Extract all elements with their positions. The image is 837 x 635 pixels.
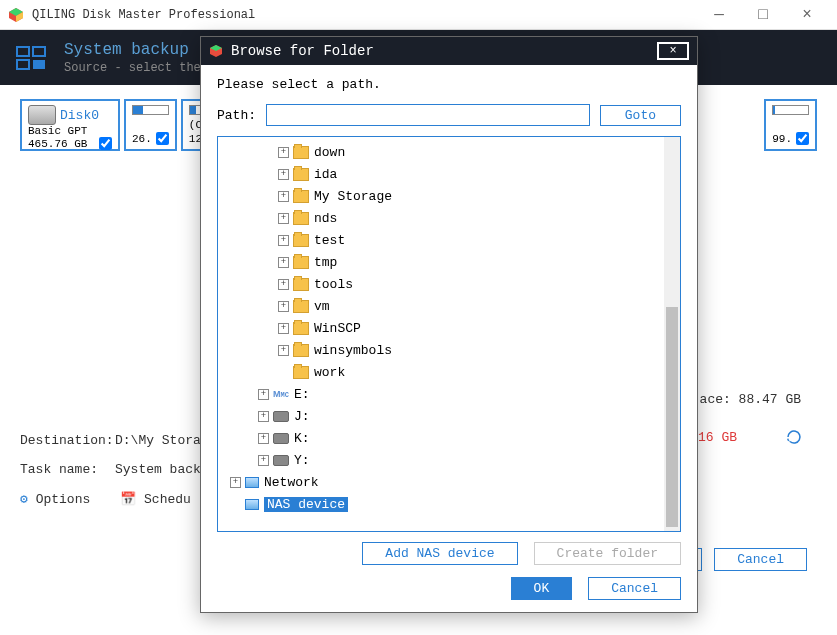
tree-node-label: My Storage (314, 189, 392, 204)
drive-icon (273, 433, 289, 444)
dialog-icon (209, 44, 223, 58)
tree-node[interactable]: +Network (222, 471, 676, 493)
window-maximize-button[interactable]: □ (741, 1, 785, 29)
partition-card[interactable]: 99. (764, 99, 817, 151)
expand-icon[interactable]: + (278, 301, 289, 312)
schedule-link[interactable]: 📅 Schedu (120, 491, 191, 507)
folder-icon (293, 212, 309, 225)
folder-icon (293, 344, 309, 357)
goto-button[interactable]: Goto (600, 105, 681, 126)
path-input[interactable] (266, 104, 590, 126)
network-icon (245, 477, 259, 488)
partition-pct: 26. (132, 133, 152, 145)
svg-rect-3 (17, 47, 29, 56)
tree-node[interactable]: +WinSCP (222, 317, 676, 339)
folder-tree: +down+ida+My Storage+nds+test+tmp+tools+… (217, 136, 681, 532)
add-nas-button[interactable]: Add NAS device (362, 542, 517, 565)
tree-node[interactable]: NAS device (222, 493, 676, 515)
tree-node[interactable]: +MMCE: (222, 383, 676, 405)
tree-node-label: Y: (294, 453, 310, 468)
scrollbar[interactable] (664, 137, 680, 531)
gear-icon: ⚙ (20, 492, 28, 507)
tree-node[interactable]: +tools (222, 273, 676, 295)
tree-node-label: WinSCP (314, 321, 361, 336)
tree-node[interactable]: +K: (222, 427, 676, 449)
partition-pct: 99. (772, 133, 792, 145)
tree-node-label: work (314, 365, 345, 380)
backup-icon (16, 46, 46, 70)
folder-icon (293, 146, 309, 159)
tree-node[interactable]: +down (222, 141, 676, 163)
cancel-button[interactable]: Cancel (588, 577, 681, 600)
drive-icon (273, 455, 289, 466)
cd-drive-icon: MMC (273, 389, 289, 399)
header-title: System backup (64, 41, 201, 59)
tree-node-label: NAS device (264, 497, 348, 512)
main-cancel-button[interactable]: Cancel (714, 548, 807, 571)
partition-card[interactable]: 26. (124, 99, 177, 151)
header-subtitle: Source - select the (64, 61, 201, 75)
tree-node[interactable]: +My Storage (222, 185, 676, 207)
folder-icon (293, 366, 309, 379)
title-bar: QILING Disk Master Professional — □ × (0, 0, 837, 30)
tree-node[interactable]: work (222, 361, 676, 383)
tree-node-label: test (314, 233, 345, 248)
dialog-prompt: Please select a path. (217, 77, 681, 92)
options-link[interactable]: ⚙ Options (20, 491, 90, 507)
expand-icon[interactable]: + (278, 235, 289, 246)
disk-card-disk0[interactable]: Disk0 Basic GPT 465.76 GB (20, 99, 120, 151)
tree-node[interactable]: +vm (222, 295, 676, 317)
app-logo-icon (8, 7, 24, 23)
expand-icon[interactable]: + (230, 477, 241, 488)
browse-folder-dialog: Browse for Folder × Please select a path… (200, 36, 698, 613)
drive-icon (273, 411, 289, 422)
disk-checkbox[interactable] (99, 137, 112, 150)
tree-node-label: nds (314, 211, 337, 226)
scrollbar-thumb[interactable] (666, 307, 678, 527)
hdd-icon (28, 105, 56, 125)
folder-icon (293, 168, 309, 181)
partition-checkbox[interactable] (796, 132, 809, 145)
tree-node[interactable]: +tmp (222, 251, 676, 273)
expand-icon[interactable]: + (258, 389, 269, 400)
disk-type: Basic GPT (28, 125, 112, 137)
network-icon (245, 499, 259, 510)
dialog-title-bar: Browse for Folder × (201, 37, 697, 65)
tree-node[interactable]: +nds (222, 207, 676, 229)
tree-node-label: ida (314, 167, 337, 182)
svg-rect-6 (33, 60, 45, 69)
folder-icon (293, 256, 309, 269)
disk-title: Disk0 (60, 108, 99, 123)
destination-label: Destination: (20, 433, 115, 448)
expand-icon[interactable]: + (278, 191, 289, 202)
partition-checkbox[interactable] (156, 132, 169, 145)
path-label: Path: (217, 108, 256, 123)
expand-icon[interactable]: + (278, 213, 289, 224)
tree-node-label: K: (294, 431, 310, 446)
expand-icon[interactable]: + (278, 323, 289, 334)
expand-icon[interactable]: + (258, 455, 269, 466)
tree-node-label: tmp (314, 255, 337, 270)
dialog-title: Browse for Folder (231, 43, 657, 59)
expand-icon[interactable]: + (278, 345, 289, 356)
ok-button[interactable]: OK (511, 577, 573, 600)
expand-icon[interactable]: + (278, 279, 289, 290)
disk-size: 465.76 GB (28, 138, 87, 150)
expand-icon[interactable]: + (278, 147, 289, 158)
folder-icon (293, 322, 309, 335)
expand-icon[interactable]: + (258, 411, 269, 422)
folder-icon (293, 234, 309, 247)
tree-node[interactable]: +Y: (222, 449, 676, 471)
svg-rect-5 (17, 60, 29, 69)
tree-node[interactable]: +test (222, 229, 676, 251)
expand-icon[interactable]: + (258, 433, 269, 444)
expand-icon[interactable]: + (278, 169, 289, 180)
folder-icon (293, 190, 309, 203)
tree-node[interactable]: +winsymbols (222, 339, 676, 361)
expand-icon[interactable]: + (278, 257, 289, 268)
tree-node[interactable]: +J: (222, 405, 676, 427)
window-close-button[interactable]: × (785, 1, 829, 29)
tree-node[interactable]: +ida (222, 163, 676, 185)
window-minimize-button[interactable]: — (697, 1, 741, 29)
dialog-close-button[interactable]: × (657, 42, 689, 60)
